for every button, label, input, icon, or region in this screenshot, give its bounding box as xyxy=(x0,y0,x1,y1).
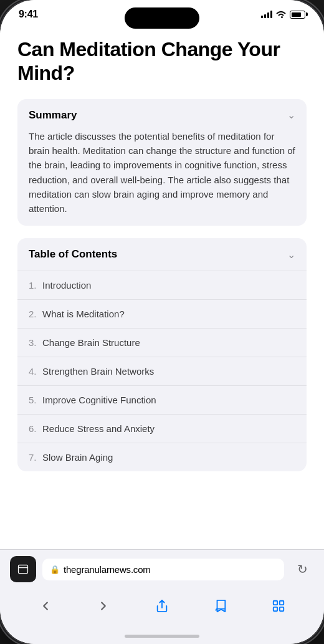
toc-number-5: 5. xyxy=(29,395,42,405)
url-bar[interactable]: 🔒 thegranularnews.com xyxy=(42,559,284,580)
summary-label: Summary xyxy=(29,109,77,122)
share-icon xyxy=(155,599,169,613)
browser-bar: 🔒 thegranularnews.com ↻ xyxy=(0,549,324,631)
svg-rect-0 xyxy=(19,565,28,573)
status-icons xyxy=(261,11,305,19)
reload-button[interactable]: ↻ xyxy=(290,557,314,581)
toc-number-3: 3. xyxy=(29,337,42,348)
home-indicator xyxy=(0,631,324,644)
tabs-button[interactable] xyxy=(265,592,292,620)
signal-bar-4 xyxy=(270,11,272,18)
signal-bar-3 xyxy=(267,12,269,18)
signal-bar-2 xyxy=(264,14,266,18)
tabs-icon xyxy=(272,599,285,613)
toc-text-3: Change Brain Structure xyxy=(42,337,140,348)
tab-icon xyxy=(17,563,29,575)
toc-label: Table of Contents xyxy=(29,248,117,261)
summary-card: Summary ⌄ The article discusses the pote… xyxy=(17,99,307,226)
screen: 9:41 xyxy=(0,0,324,644)
toc-text-1: Introduction xyxy=(42,280,91,291)
share-button[interactable] xyxy=(148,592,176,620)
tab-icon-button[interactable] xyxy=(10,556,36,582)
svg-rect-5 xyxy=(274,607,277,611)
svg-rect-3 xyxy=(274,601,277,605)
toc-item-2[interactable]: 2. What is Meditation? xyxy=(17,300,307,329)
toc-item-4[interactable]: 4. Strengthen Brain Networks xyxy=(17,357,307,386)
svg-rect-4 xyxy=(280,601,284,605)
reload-icon: ↻ xyxy=(297,562,308,577)
toc-number-6: 6. xyxy=(29,423,42,434)
toc-item-3[interactable]: 3. Change Brain Structure xyxy=(17,329,307,357)
forward-button[interactable] xyxy=(90,592,117,620)
summary-text: The article discusses the potential bene… xyxy=(29,129,295,216)
toc-number-7: 7. xyxy=(29,452,42,463)
summary-chevron-icon[interactable]: ⌄ xyxy=(287,109,295,121)
home-bar xyxy=(125,635,199,638)
back-icon xyxy=(39,599,52,613)
toc-text-4: Strengthen Brain Networks xyxy=(42,366,154,377)
bookmarks-button[interactable] xyxy=(207,592,234,620)
bottom-nav xyxy=(10,590,314,625)
toc-chevron-icon[interactable]: ⌄ xyxy=(287,249,295,261)
toc-text-7: Slow Brain Aging xyxy=(42,452,113,463)
toc-number-4: 4. xyxy=(29,366,42,377)
toc-item-7[interactable]: 7. Slow Brain Aging xyxy=(17,443,307,471)
page-title: Can Meditation Change Your Mind? xyxy=(17,37,307,85)
toc-text-2: What is Meditation? xyxy=(42,309,125,319)
toc-number-2: 2. xyxy=(29,309,42,319)
forward-icon xyxy=(97,599,110,613)
toc-item-5[interactable]: 5. Improve Cognitive Function xyxy=(17,386,307,415)
status-time: 9:41 xyxy=(19,9,38,20)
battery-fill xyxy=(292,12,301,17)
toc-item-6[interactable]: 6. Reduce Stress and Anxiety xyxy=(17,415,307,443)
phone-frame: 9:41 xyxy=(0,0,324,644)
svg-rect-6 xyxy=(280,607,284,611)
summary-card-header: Summary ⌄ xyxy=(29,109,295,122)
toc-text-5: Improve Cognitive Function xyxy=(42,395,156,405)
dynamic-island xyxy=(125,7,199,29)
content-area[interactable]: Can Meditation Change Your Mind? Summary… xyxy=(0,25,324,549)
toc-header: Table of Contents ⌄ xyxy=(17,238,307,271)
signal-bar-1 xyxy=(261,16,263,18)
wifi-icon xyxy=(276,11,286,19)
toc-number-1: 1. xyxy=(29,280,42,291)
toc-card: Table of Contents ⌄ 1. Introduction 2. W… xyxy=(17,238,307,471)
toc-text-6: Reduce Stress and Anxiety xyxy=(42,423,155,434)
bookmarks-icon xyxy=(214,599,227,613)
url-text: thegranularnews.com xyxy=(64,564,151,575)
lock-icon: 🔒 xyxy=(50,565,60,574)
toc-item-1[interactable]: 1. Introduction xyxy=(17,271,307,300)
status-bar: 9:41 xyxy=(0,0,324,25)
signal-icon xyxy=(261,11,272,18)
url-bar-row: 🔒 thegranularnews.com ↻ xyxy=(10,556,314,582)
back-button[interactable] xyxy=(32,592,59,620)
battery-icon xyxy=(290,11,305,19)
